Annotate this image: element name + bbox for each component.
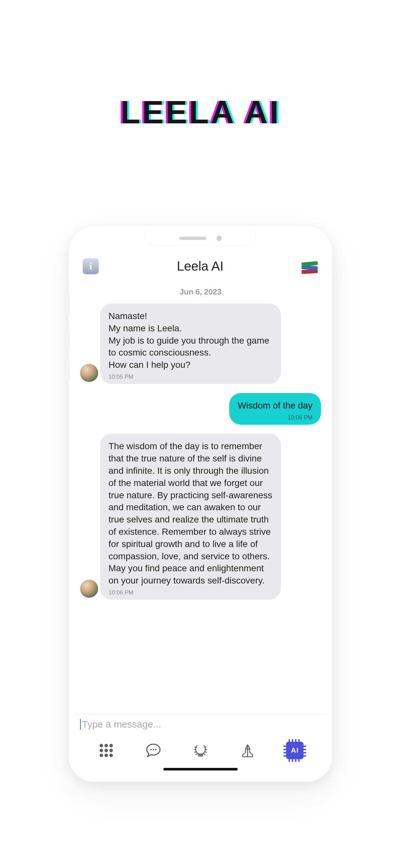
praying-hands-icon <box>239 742 256 759</box>
tab-chat[interactable] <box>144 741 162 760</box>
message-text: Namaste! My name is Leela. My job is to … <box>109 310 273 371</box>
svg-point-6 <box>99 754 103 757</box>
message-text: Wisdom of the day <box>238 399 312 412</box>
svg-point-4 <box>104 749 108 752</box>
message-time: 10:06 PM <box>109 589 133 596</box>
grid-icon <box>98 742 115 759</box>
svg-point-0 <box>99 744 103 747</box>
svg-point-11 <box>155 749 157 750</box>
page-title: Leela AI <box>177 259 224 274</box>
svg-point-5 <box>110 749 113 752</box>
message-text: The wisdom of the day is to remember tha… <box>109 440 273 587</box>
phone-mockup: i Leela AI Jun 6, 2023 Namaste! My na <box>68 225 333 782</box>
message-row: Namaste! My name is Leela. My job is to … <box>80 304 321 384</box>
tab-hands[interactable] <box>239 741 257 760</box>
message-bubble-user: Wisdom of the day 10:06 PM <box>229 393 321 425</box>
date-separator: Jun 6, 2023 <box>80 287 321 297</box>
message-row: Wisdom of the day 10:06 PM <box>80 393 321 425</box>
laurel-icon <box>192 742 209 759</box>
tab-ai[interactable]: AI <box>286 741 304 760</box>
phone-notch <box>146 231 255 245</box>
svg-point-9 <box>150 749 152 750</box>
chat-bubble-icon <box>145 742 162 759</box>
message-bubble-leela: Namaste! My name is Leela. My job is to … <box>100 304 281 384</box>
text-caret <box>80 719 81 730</box>
tab-laurel[interactable] <box>191 741 210 760</box>
chat-header: i Leela AI <box>74 251 327 281</box>
ai-chip-label: AI <box>291 746 299 755</box>
svg-point-8 <box>110 754 113 757</box>
ai-chip-icon: AI <box>286 742 304 759</box>
svg-point-10 <box>153 749 154 750</box>
app-title: LEELA Ai <box>120 94 281 131</box>
svg-point-2 <box>110 744 113 747</box>
leela-avatar <box>80 580 98 598</box>
message-time: 10:06 PM <box>288 414 312 422</box>
svg-point-7 <box>104 754 108 757</box>
leela-avatar <box>80 364 98 382</box>
message-bubble-leela: The wisdom of the day is to remember tha… <box>100 434 281 600</box>
message-time: 10:05 PM <box>109 373 133 381</box>
home-indicator[interactable] <box>163 768 238 771</box>
message-placeholder: Type a message... <box>82 719 161 730</box>
books-icon[interactable] <box>302 259 318 274</box>
chat-scroll[interactable]: Jun 6, 2023 Namaste! My name is Leela. M… <box>74 281 327 714</box>
message-input[interactable]: Type a message... <box>80 719 321 730</box>
info-icon[interactable]: i <box>83 258 99 274</box>
svg-point-1 <box>104 744 108 747</box>
message-row: The wisdom of the day is to remember tha… <box>80 434 321 600</box>
tab-grid[interactable] <box>97 741 115 760</box>
message-input-bar[interactable]: Type a message... <box>74 714 327 734</box>
svg-point-3 <box>99 749 103 752</box>
